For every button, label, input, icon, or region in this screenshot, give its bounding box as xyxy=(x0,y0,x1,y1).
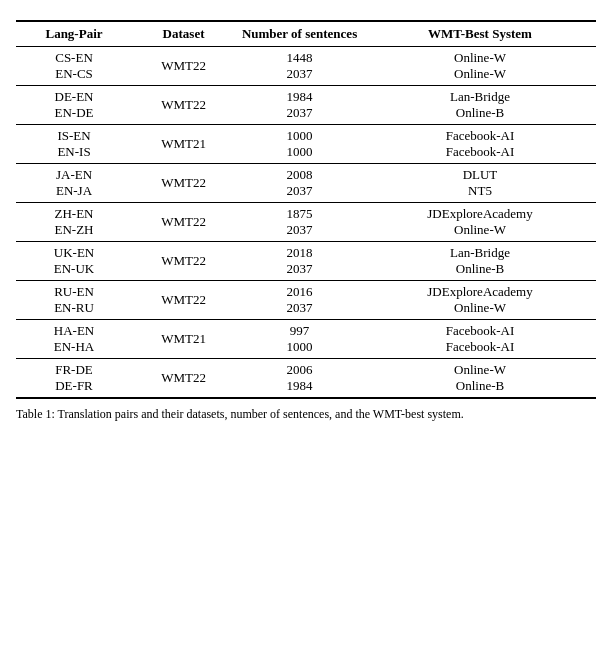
sentences-cell: 20082037 xyxy=(235,164,364,203)
header-num-sentences: Number of sentences xyxy=(235,21,364,47)
header-row: Lang-Pair Dataset Number of sentences WM… xyxy=(16,21,596,47)
lang-pair-cell: JA-ENEN-JA xyxy=(16,164,132,203)
sentences-cell: 20182037 xyxy=(235,242,364,281)
sentences-cell: 19842037 xyxy=(235,86,364,125)
table-row: UK-ENEN-UKWMT2220182037Lan-BridgeOnline-… xyxy=(16,242,596,281)
sentences-cell: 20162037 xyxy=(235,281,364,320)
wmt-best-cell: Online-WOnline-W xyxy=(364,47,596,86)
wmt-best-cell: Facebook-AIFacebook-AI xyxy=(364,125,596,164)
sentences-cell: 10001000 xyxy=(235,125,364,164)
lang-pair-cell: ZH-ENEN-ZH xyxy=(16,203,132,242)
lang-pair-cell: HA-ENEN-HA xyxy=(16,320,132,359)
dataset-cell: WMT22 xyxy=(132,47,235,86)
table-caption: Table 1: Translation pairs and their dat… xyxy=(16,407,596,422)
lang-pair-cell: DE-ENEN-DE xyxy=(16,86,132,125)
sentences-cell: 14482037 xyxy=(235,47,364,86)
dataset-cell: WMT21 xyxy=(132,125,235,164)
wmt-best-cell: DLUTNT5 xyxy=(364,164,596,203)
wmt-best-cell: JDExploreAcademyOnline-W xyxy=(364,281,596,320)
table-row: CS-ENEN-CSWMT2214482037Online-WOnline-W xyxy=(16,47,596,86)
header-lang-pair: Lang-Pair xyxy=(16,21,132,47)
table-row: IS-ENEN-ISWMT2110001000Facebook-AIFacebo… xyxy=(16,125,596,164)
wmt-best-cell: Lan-BridgeOnline-B xyxy=(364,242,596,281)
lang-pair-cell: IS-ENEN-IS xyxy=(16,125,132,164)
dataset-cell: WMT22 xyxy=(132,281,235,320)
dataset-cell: WMT21 xyxy=(132,320,235,359)
dataset-cell: WMT22 xyxy=(132,242,235,281)
wmt-best-cell: Lan-BridgeOnline-B xyxy=(364,86,596,125)
table-row: RU-ENEN-RUWMT2220162037JDExploreAcademyO… xyxy=(16,281,596,320)
lang-pair-cell: RU-ENEN-RU xyxy=(16,281,132,320)
lang-pair-cell: CS-ENEN-CS xyxy=(16,47,132,86)
lang-pair-cell: UK-ENEN-UK xyxy=(16,242,132,281)
lang-pair-cell: FR-DEDE-FR xyxy=(16,359,132,399)
table-row: DE-ENEN-DEWMT2219842037Lan-BridgeOnline-… xyxy=(16,86,596,125)
dataset-cell: WMT22 xyxy=(132,164,235,203)
data-table: Lang-Pair Dataset Number of sentences WM… xyxy=(16,20,596,399)
table-row: ZH-ENEN-ZHWMT2218752037JDExploreAcademyO… xyxy=(16,203,596,242)
sentences-cell: 9971000 xyxy=(235,320,364,359)
header-wmt-best: WMT-Best System xyxy=(364,21,596,47)
wmt-best-cell: Facebook-AIFacebook-AI xyxy=(364,320,596,359)
wmt-best-cell: JDExploreAcademyOnline-W xyxy=(364,203,596,242)
table-row: FR-DEDE-FRWMT2220061984Online-WOnline-B xyxy=(16,359,596,399)
sentences-cell: 20061984 xyxy=(235,359,364,399)
table-container: Lang-Pair Dataset Number of sentences WM… xyxy=(16,20,596,422)
table-row: JA-ENEN-JAWMT2220082037DLUTNT5 xyxy=(16,164,596,203)
dataset-cell: WMT22 xyxy=(132,203,235,242)
wmt-best-cell: Online-WOnline-B xyxy=(364,359,596,399)
dataset-cell: WMT22 xyxy=(132,86,235,125)
sentences-cell: 18752037 xyxy=(235,203,364,242)
dataset-cell: WMT22 xyxy=(132,359,235,399)
header-dataset: Dataset xyxy=(132,21,235,47)
table-row: HA-ENEN-HAWMT219971000Facebook-AIFaceboo… xyxy=(16,320,596,359)
